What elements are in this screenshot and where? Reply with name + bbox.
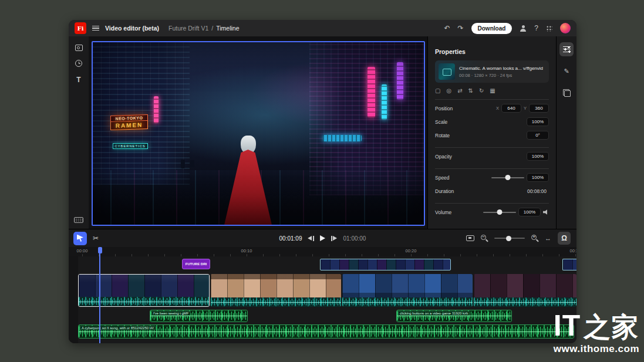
video-clip-segment[interactable] <box>211 274 341 307</box>
zoom-slider[interactable] <box>494 238 525 239</box>
opacity-input[interactable] <box>527 152 549 161</box>
video-clip-segment[interactable] <box>474 274 576 307</box>
ithome-url: www.ithome.com <box>554 343 639 355</box>
scale-input[interactable] <box>527 117 549 126</box>
background-icon[interactable]: ▦ <box>490 88 495 94</box>
neon-sign <box>154 96 159 123</box>
ruler-label: 00:10 <box>241 248 252 253</box>
position-row: Position X Y <box>435 102 549 115</box>
media-icon[interactable] <box>75 45 83 51</box>
timeline-tracks: FUTURE DRI <box>69 256 576 343</box>
download-button[interactable]: Download <box>471 23 512 34</box>
keyboard-shortcuts-icon[interactable] <box>74 217 83 223</box>
sliders-icon <box>563 46 571 53</box>
video-clip-segment[interactable] <box>342 274 473 307</box>
clip-audio-waveform <box>211 297 341 307</box>
music-clip[interactable]: A cyberpunc sci fi song, with or 8512422… <box>78 324 574 339</box>
preview-canvas[interactable]: NEO-TOKYO RAMEN CYBERNETICS <box>92 41 425 226</box>
audio-clip-label: clicking buttons on a video game 31920 k… <box>398 311 470 316</box>
clip-name: Cinematic. A woman looks a... v/ffgenvid <box>459 66 543 71</box>
panel-title: Properties <box>435 48 549 55</box>
layers-tab-button[interactable] <box>559 86 574 100</box>
redo-icon[interactable]: ↷ <box>457 25 463 32</box>
history-clock-icon[interactable] <box>75 60 82 67</box>
transport-controls: 00:01:09 01:00:00 <box>279 229 366 247</box>
zoom-in-icon[interactable]: + <box>531 235 538 242</box>
apps-grid-icon[interactable] <box>546 25 552 32</box>
speed-input[interactable] <box>527 173 549 182</box>
position-x-input[interactable] <box>501 104 521 113</box>
speed-slider[interactable] <box>491 177 524 178</box>
transform-icon-row: ▢ ◎ ⇄ ⇅ ↻ ▦ <box>435 88 549 94</box>
clip-thumbnail <box>439 63 455 80</box>
skip-forward-button[interactable] <box>331 236 338 241</box>
position-y-input[interactable] <box>529 104 549 113</box>
watermark: IT 之家 www.ithome.com <box>554 311 639 355</box>
edit-tab-button[interactable]: ✎ <box>559 64 574 78</box>
filmstrip <box>79 275 209 297</box>
timeline-ruler[interactable]: 00:00 00:10 00:20 00:30 <box>69 247 576 256</box>
speed-slider-knob[interactable] <box>505 175 511 180</box>
breadcrumb-page: Timeline <box>216 25 239 32</box>
speed-row: Speed <box>435 171 549 184</box>
cursor-icon <box>77 235 83 242</box>
volume-input[interactable] <box>518 208 541 216</box>
clip-audio-waveform <box>342 297 473 307</box>
share-user-icon[interactable] <box>520 25 527 32</box>
flip-vertical-icon[interactable]: ⇅ <box>468 88 473 94</box>
header-actions: ↶ ↷ Download ? <box>444 23 571 34</box>
timeline-zoom-controls: − + ↔ Ω <box>466 232 572 245</box>
flip-horizontal-icon[interactable]: ⇄ <box>457 88 462 94</box>
title-text-clip[interactable]: FUTURE DRI <box>182 259 210 269</box>
snap-magnet-button[interactable]: Ω <box>558 232 571 245</box>
play-button[interactable] <box>320 235 325 241</box>
preview-area: NEO-TOKYO RAMEN CYBERNETICS <box>89 36 427 229</box>
current-time: 00:01:09 <box>279 235 302 242</box>
skip-back-button[interactable] <box>308 236 315 241</box>
fit-timeline-icon[interactable]: ↔ <box>545 235 551 242</box>
breadcrumb[interactable]: Future Drift V1 / Timeline <box>168 25 240 32</box>
mask-icon[interactable]: ◎ <box>446 88 451 94</box>
menu-icon[interactable] <box>92 26 99 31</box>
left-toolbar: T <box>69 36 89 229</box>
speaker-icon[interactable] <box>543 209 549 215</box>
text-tool-icon[interactable]: T <box>76 76 80 84</box>
clip-audio-waveform <box>79 297 209 306</box>
filmstrip <box>474 274 576 297</box>
rotate-icon[interactable]: ↻ <box>479 88 484 94</box>
firefly-logo[interactable]: Fi <box>75 22 86 34</box>
playhead[interactable] <box>99 247 100 343</box>
select-tool-button[interactable] <box>73 232 87 245</box>
zoom-slider-knob[interactable] <box>506 236 511 241</box>
overlay-video-clip[interactable] <box>320 259 451 270</box>
crop-icon[interactable]: ▢ <box>435 88 440 94</box>
rotate-input[interactable] <box>527 131 549 140</box>
scale-label: Scale <box>435 119 447 125</box>
split-scissors-icon[interactable]: ✂ <box>93 234 99 242</box>
volume-slider-knob[interactable] <box>497 209 503 215</box>
undo-icon[interactable]: ↶ <box>444 25 450 32</box>
audio-clip-label: I've been seeing t gMF <box>151 311 191 316</box>
overlay-video-clip-partial[interactable] <box>562 259 576 270</box>
header-bar: Fi Video editor (beta) Future Drift V1 /… <box>69 20 576 36</box>
fit-preview-icon[interactable] <box>466 235 474 241</box>
video-clip-segment-selected[interactable] <box>78 274 210 307</box>
breadcrumb-project[interactable]: Future Drift V1 <box>168 25 208 32</box>
audio-clip[interactable]: I've been seeing t gMF <box>150 310 248 322</box>
pedestrian <box>190 160 194 167</box>
help-icon[interactable]: ? <box>534 25 538 32</box>
zoom-out-icon[interactable]: − <box>481 235 488 242</box>
rotate-row: Rotate <box>435 128 549 142</box>
neon-sign <box>382 84 387 120</box>
edit-pencil-icon: ✎ <box>564 67 569 75</box>
magnet-icon: Ω <box>561 234 567 242</box>
selected-clip-card[interactable]: Cinematic. A woman looks a... v/ffgenvid… <box>435 60 549 83</box>
avatar[interactable] <box>560 23 571 33</box>
audio-clip[interactable]: clicking buttons on a video game 31920 k… <box>396 310 512 322</box>
volume-slider[interactable] <box>483 212 516 213</box>
properties-tab-button[interactable] <box>559 42 574 56</box>
ruler-label: 00:20 <box>406 248 417 253</box>
ruler-label: 00:00 <box>77 248 88 253</box>
timeline: ✂ 00:01:09 01:00:00 − + ↔ Ω <box>69 229 576 343</box>
cybernetics-sign: CYBERNETICS <box>113 143 148 149</box>
